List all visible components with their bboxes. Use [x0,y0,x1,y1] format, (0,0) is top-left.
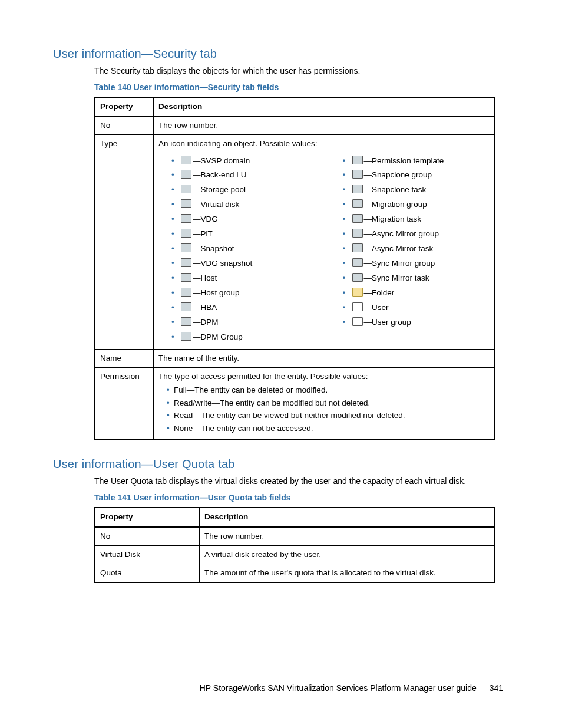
sync-mirror-group-icon [352,258,363,267]
cell-prop: No [95,116,154,135]
col-property: Property [95,97,154,116]
cell-prop: Type [95,135,154,349]
row-no: No The row number. [95,527,494,546]
page-number: 341 [490,683,503,693]
vdg-snapshot-icon [181,258,191,267]
cell-prop: Virtual Disk [95,545,200,564]
col-description: Description [200,508,495,526]
type-icons-right: —Permission template —Snapclone group —S… [330,154,490,330]
row-no: No The row number. [95,116,494,135]
folder-icon [352,288,363,297]
icon-label: —User group [364,318,411,327]
icon-label: —DPM Group [193,332,243,341]
user-icon [352,302,363,311]
permission-template-icon [352,156,363,164]
cell-desc: The name of the entity. [154,349,495,367]
cell-desc: A virtual disk created by the user. [200,545,495,564]
col-property: Property [95,508,200,526]
heading-security: User information—Security tab [53,47,509,61]
icon-label: —VDG snapshot [193,259,252,268]
security-intro: The Security tab displays the objects fo… [94,65,509,77]
permission-item: None—The entity can not be accessed. [167,423,489,434]
icon-label: —Folder [364,288,395,297]
icon-label: —Snapclone task [364,185,427,194]
row-quota: Quota The amount of the user's quota tha… [95,564,494,582]
row-permission: Permission The type of access permitted … [95,367,494,439]
permission-intro: The type of access permitted for the ent… [158,372,368,381]
permission-item: Read—The entity can be viewed but neithe… [167,410,489,421]
snapclone-group-icon [352,170,363,179]
type-icons-left: —SVSP domain —Back-end LU —Storage pool … [158,154,318,344]
async-mirror-task-icon [352,243,363,252]
pit-icon [181,229,191,238]
table-141-caption: Table 141 User information—User Quota ta… [94,493,509,502]
icon-label: —SVSP domain [193,156,250,165]
type-intro: An icon indicating an object. Possible v… [158,139,489,149]
svsp-domain-icon [181,156,191,164]
icon-label: —Storage pool [193,185,246,194]
snapshot-icon [181,243,191,252]
cell-prop: Name [95,349,154,367]
icon-label: —Snapshot [193,244,234,253]
col-description: Description [154,97,495,116]
user-group-icon [352,317,363,326]
cell-desc: An icon indicating an object. Possible v… [154,135,495,349]
quota-intro: The User Quota tab displays the virtual … [94,476,509,487]
cell-desc: The row number. [154,116,495,135]
icon-label: —Sync Mirror group [364,259,435,268]
dpm-icon [181,317,191,326]
icon-label: —Host group [193,288,240,297]
icon-label: —PiT [193,229,213,238]
icon-label: —Sync Mirror task [364,274,429,282]
dpm-group-icon [181,332,191,341]
storage-pool-icon [181,185,191,193]
table-header: Property Description [95,97,494,116]
row-virtual-disk: Virtual Disk A virtual disk created by t… [95,545,494,564]
icon-label: —User [364,303,389,312]
host-icon [181,273,191,282]
icon-label: —Virtual disk [193,200,239,209]
table-header: Property Description [95,508,494,526]
vdg-icon [181,214,191,223]
icon-label: —Back-end LU [193,170,247,179]
back-end-lu-icon [181,170,191,179]
snapclone-task-icon [352,185,363,193]
icon-label: —DPM [193,318,219,327]
sync-mirror-task-icon [352,273,363,282]
heading-quota: User information—User Quota tab [53,457,509,471]
icon-label: —Migration group [364,200,427,209]
migration-group-icon [352,199,363,208]
icon-label: —VDG [193,215,218,223]
permission-list: Full—The entity can be deleted or modifi… [158,384,489,434]
cell-prop: Permission [95,367,154,439]
icon-label: —Permission template [364,156,444,165]
table-141: Property Description No The row number. … [94,507,495,583]
table-140: Property Description No The row number. … [94,97,495,440]
row-name: Name The name of the entity. [95,349,494,367]
virtual-disk-icon [181,199,191,208]
icon-label: —Async Mirror task [364,244,434,253]
row-type: Type An icon indicating an object. Possi… [95,135,494,349]
cell-desc: The amount of the user's quota that is a… [200,564,495,582]
icon-label: —HBA [193,303,217,312]
hba-icon [181,302,191,311]
async-mirror-group-icon [352,229,363,238]
cell-desc: The type of access permitted for the ent… [154,367,495,439]
footer-title: HP StorageWorks SAN Virtualization Servi… [200,683,477,693]
permission-item: Full—The entity can be deleted or modifi… [167,384,489,396]
table-140-caption: Table 140 User information—Security tab … [94,83,509,92]
cell-prop: No [95,527,200,546]
icon-label: —Migration task [364,215,422,223]
permission-item: Read/write—The entity can be modified bu… [167,397,489,409]
cell-prop: Quota [95,564,200,582]
icon-label: —Host [193,274,217,282]
icon-label: —Async Mirror group [364,229,439,238]
icon-label: —Snapclone group [364,170,432,179]
host-group-icon [181,288,191,297]
migration-task-icon [352,214,363,223]
page-footer: HP StorageWorks SAN Virtualization Servi… [0,683,562,693]
cell-desc: The row number. [200,527,495,546]
